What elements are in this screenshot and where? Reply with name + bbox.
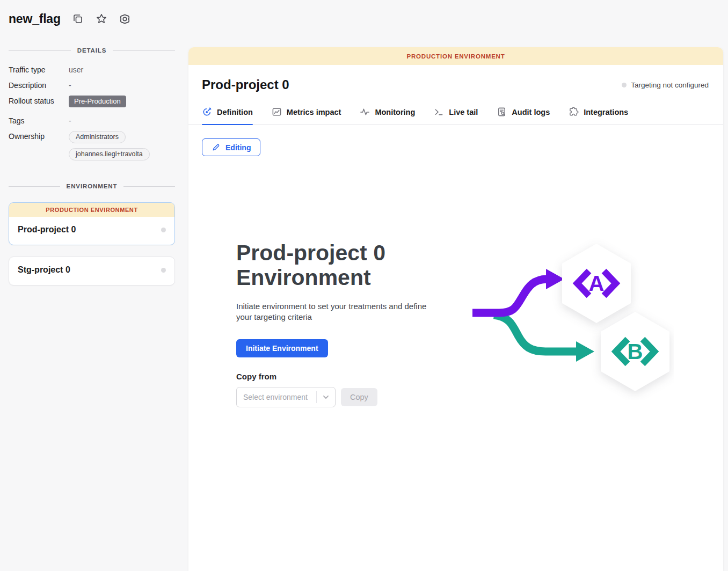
copy-from-row: Select environment Copy <box>236 387 428 407</box>
settings-button[interactable] <box>119 12 132 25</box>
flag-name-title: new_flag <box>9 12 61 26</box>
detail-row-traffic-type: Traffic type user <box>9 64 175 74</box>
detail-value: Pre-Production <box>69 96 126 107</box>
divider <box>113 50 175 51</box>
tab-label: Live tail <box>449 108 478 116</box>
production-environment-banner: PRODUCTION ENVIRONMENT <box>188 47 723 65</box>
owner-pill: Administrators <box>69 131 126 143</box>
environment-card-staging[interactable]: Stg-project 0 <box>9 257 175 286</box>
tab-label: Metrics impact <box>287 108 341 116</box>
puzzle-icon <box>569 107 579 117</box>
detail-value: user <box>69 64 83 74</box>
rollout-status-badge: Pre-Production <box>69 96 126 107</box>
targeting-status-label: Targeting not configured <box>631 81 709 89</box>
editing-button[interactable]: Editing <box>202 138 260 156</box>
details-list: Traffic type user Description - Rollout … <box>9 64 175 160</box>
detail-label: Ownership <box>9 131 69 141</box>
initiate-environment-button[interactable]: Initiate Environment <box>236 339 328 357</box>
tab-label: Definition <box>217 108 253 116</box>
select-placeholder: Select environment <box>237 393 316 401</box>
detail-label: Rollout status <box>9 96 69 105</box>
treatment-a-label: A <box>589 272 605 295</box>
copy-icon <box>72 13 84 25</box>
hero-heading-line: Environment <box>236 265 428 290</box>
target-pencil-icon <box>202 107 212 117</box>
environment-card-row: Stg-project 0 <box>9 257 174 285</box>
environment-card-row: Prod-project 0 <box>9 217 174 245</box>
environment-heading-label: ENVIRONMENT <box>67 183 118 189</box>
chevron-down-icon <box>317 393 335 401</box>
tab-label: Audit logs <box>512 108 550 116</box>
detail-label: Traffic type <box>9 64 69 74</box>
details-section-heading: DETAILS <box>9 47 175 54</box>
detail-label: Tags <box>9 115 69 125</box>
copy-from-label: Copy from <box>236 372 428 381</box>
detail-row-tags: Tags - <box>9 115 175 125</box>
tab-bar: Definition Metrics impact Monitoring <box>188 107 723 125</box>
top-header: new_flag <box>0 0 728 38</box>
document-search-icon <box>497 107 507 117</box>
ab-split-illustration: A B <box>467 237 674 402</box>
star-icon <box>96 13 107 25</box>
ownership-pills: Administrators johannes.liegl+travolta <box>69 131 150 160</box>
gear-icon <box>119 13 131 25</box>
favorite-button[interactable] <box>95 12 108 25</box>
divider <box>9 186 60 187</box>
owner-pill: johannes.liegl+travolta <box>69 148 150 160</box>
copy-button[interactable]: Copy <box>341 388 377 406</box>
environment-select[interactable]: Select environment <box>236 387 336 407</box>
hero-subtitle: Initiate environment to set your treatme… <box>236 301 428 323</box>
tab-definition[interactable]: Definition <box>202 107 253 125</box>
treatment-a-hexagon: A <box>562 244 631 323</box>
detail-value: - <box>69 115 71 125</box>
line-chart-icon <box>272 107 282 117</box>
detail-label: Description <box>9 80 69 90</box>
tab-metrics-impact[interactable]: Metrics impact <box>272 107 341 125</box>
treatment-b-hexagon: B <box>601 312 669 391</box>
tab-integrations[interactable]: Integrations <box>569 107 628 125</box>
production-environment-banner: PRODUCTION ENVIRONMENT <box>9 203 174 217</box>
pencil-icon <box>212 143 221 152</box>
sidebar: DETAILS Traffic type user Description - … <box>0 38 188 571</box>
status-dot-icon <box>161 268 166 273</box>
detail-row-rollout-status: Rollout status Pre-Production <box>9 96 175 107</box>
editing-button-label: Editing <box>225 143 251 152</box>
detail-row-description: Description - <box>9 80 175 90</box>
hero-heading: Prod-project 0 Environment <box>236 240 428 290</box>
detail-value: - <box>69 80 71 90</box>
hero-heading-line: Prod-project 0 <box>236 240 428 265</box>
tab-monitoring[interactable]: Monitoring <box>360 107 415 125</box>
tab-label: Integrations <box>584 108 628 116</box>
details-heading-label: DETAILS <box>77 47 107 54</box>
treatment-b-label: B <box>628 340 643 363</box>
environment-card-list: PRODUCTION ENVIRONMENT Prod-project 0 St… <box>9 202 175 286</box>
terminal-icon <box>434 107 444 117</box>
tab-label: Monitoring <box>375 108 415 116</box>
detail-row-ownership: Ownership Administrators johannes.liegl+… <box>9 131 175 160</box>
panel-title-row: Prod-project 0 Targeting not configured <box>188 65 723 92</box>
environment-name: Prod-project 0 <box>18 225 76 235</box>
tab-live-tail[interactable]: Live tail <box>434 107 478 125</box>
divider <box>123 186 175 187</box>
divider <box>9 50 71 51</box>
copy-name-button[interactable] <box>71 12 84 25</box>
status-dot-icon <box>161 228 166 232</box>
pulse-icon <box>360 107 370 117</box>
environment-section-heading: ENVIRONMENT <box>9 183 175 189</box>
status-dot-icon <box>622 83 627 87</box>
targeting-status: Targeting not configured <box>622 81 709 89</box>
environment-card-prod[interactable]: PRODUCTION ENVIRONMENT Prod-project 0 <box>9 202 175 245</box>
environment-name: Stg-project 0 <box>18 265 70 275</box>
main-panel: PRODUCTION ENVIRONMENT Prod-project 0 Ta… <box>188 47 723 571</box>
tab-audit-logs[interactable]: Audit logs <box>497 107 550 125</box>
environment-title: Prod-project 0 <box>202 77 289 92</box>
environment-hero: Prod-project 0 Environment Initiate envi… <box>236 240 428 407</box>
